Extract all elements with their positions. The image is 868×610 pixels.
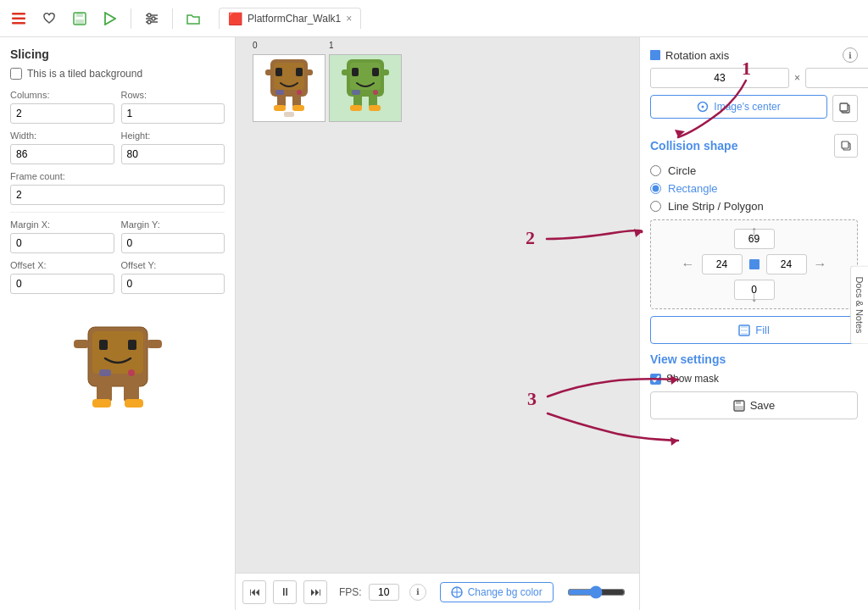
svg-rect-36 (265, 69, 274, 75)
rotation-info-button[interactable]: ℹ (843, 47, 858, 63)
show-mask-checkbox[interactable] (650, 374, 661, 385)
arrow-up-icon[interactable]: ↑ (751, 224, 758, 239)
bottom-bar: ⏮ ⏸ ⏭ FPS: ℹ Change bg color (236, 573, 639, 610)
rot-x-input[interactable] (650, 68, 789, 88)
rectangle-radio-row: Rectangle (650, 182, 858, 195)
tab-close-button[interactable]: × (346, 13, 352, 25)
offset-x-group: Offset X: (10, 260, 114, 294)
tab-label: PlatformChar_Walk1 (248, 13, 341, 25)
svg-rect-22 (92, 399, 111, 408)
frame-count-input[interactable] (10, 185, 225, 205)
circle-radio[interactable] (650, 165, 661, 176)
heart-icon[interactable] (37, 7, 61, 30)
svg-rect-5 (75, 19, 84, 24)
rotation-coords-row: × (650, 68, 858, 88)
width-input[interactable] (10, 144, 114, 164)
fps-input[interactable] (369, 584, 399, 601)
save-icon[interactable] (68, 7, 92, 30)
images-center-button[interactable]: Image's center (650, 95, 827, 119)
main-area: Slicing This is a tiled background Colum… (0, 37, 868, 610)
frame-count-grid: Frame count: (10, 171, 225, 205)
arrow-down-icon[interactable]: ↓ (751, 290, 758, 305)
svg-rect-45 (353, 95, 362, 107)
arrow-right-icon[interactable]: → (814, 257, 827, 272)
box-handle[interactable] (749, 259, 760, 269)
box-right-input[interactable] (766, 254, 807, 274)
columns-input[interactable] (10, 103, 114, 124)
tab-platformchar-walk1[interactable]: 🟥 PlatformChar_Walk1 × (219, 8, 361, 29)
collision-copy-button[interactable] (834, 134, 858, 158)
docs-notes-tab[interactable]: Docs & Notes (850, 265, 868, 344)
svg-marker-6 (105, 13, 115, 25)
center-btn-label: Image's center (714, 101, 780, 113)
arrow-left-icon[interactable]: ← (682, 257, 695, 272)
right-panel: Rotation axis ℹ × Image's center Collisi… (639, 37, 868, 610)
svg-rect-34 (274, 105, 286, 111)
sprite-frame-0[interactable] (253, 54, 326, 122)
svg-rect-37 (304, 69, 313, 75)
svg-rect-18 (99, 369, 111, 376)
svg-point-53 (702, 106, 704, 108)
pause-button[interactable]: ⏸ (273, 580, 297, 604)
offset-y-group: Offset Y: (121, 260, 225, 294)
show-mask-row: Show mask (650, 373, 858, 385)
sprite-frame-1[interactable] (329, 54, 402, 122)
svg-rect-50 (381, 69, 389, 75)
fill-button[interactable]: Fill (650, 316, 858, 344)
svg-rect-25 (147, 340, 162, 348)
svg-rect-33 (292, 95, 301, 107)
adjustments-icon[interactable] (140, 7, 164, 30)
frame-count-group: Frame count: (10, 171, 225, 205)
change-bg-color-button[interactable]: Change bg color (440, 582, 554, 602)
offset-y-input[interactable] (121, 274, 225, 294)
show-mask-label: Show mask (666, 373, 719, 385)
rows-label: Rows: (121, 90, 225, 100)
offset-x-input[interactable] (10, 274, 114, 294)
next-frame-button[interactable]: ⏭ (303, 580, 327, 604)
zoom-slider-container (560, 585, 632, 599)
rectangle-radio[interactable] (650, 183, 661, 194)
width-group: Width: (10, 130, 114, 164)
svg-rect-15 (92, 331, 143, 374)
svg-rect-35 (292, 105, 304, 111)
svg-rect-16 (99, 340, 108, 350)
tiled-bg-row: This is a tiled background (10, 68, 225, 80)
tiled-bg-checkbox[interactable] (10, 68, 22, 80)
svg-point-44 (373, 90, 378, 95)
collision-copy-icon (841, 141, 852, 152)
svg-point-31 (297, 90, 302, 95)
copy-button[interactable] (832, 95, 858, 122)
height-group: Height: (121, 130, 225, 164)
svg-rect-55 (840, 103, 848, 111)
line-strip-radio-row: Line Strip / Polygon (650, 200, 858, 213)
width-label: Width: (10, 130, 114, 141)
margin-x-input[interactable] (10, 233, 114, 253)
menu-icon[interactable] (7, 7, 31, 30)
rot-y-input[interactable] (805, 68, 868, 88)
svg-point-12 (147, 20, 151, 24)
preview-sprite-area (10, 314, 225, 424)
box-left-input[interactable] (702, 254, 743, 274)
fps-label: FPS: (339, 586, 362, 598)
box-middle-row: ← → (659, 254, 849, 274)
svg-rect-23 (125, 399, 143, 408)
line-strip-radio[interactable] (650, 201, 661, 212)
prev-frame-button[interactable]: ⏮ (242, 580, 266, 604)
svg-point-11 (152, 17, 155, 20)
frame-1-container: 1 (329, 54, 402, 122)
play-icon[interactable] (98, 7, 122, 30)
zoom-slider[interactable] (567, 585, 626, 599)
save-icon (733, 400, 745, 412)
svg-rect-30 (275, 90, 284, 95)
sprite-frames: 0 (253, 54, 402, 122)
rows-input[interactable] (121, 103, 225, 124)
margin-y-input[interactable] (121, 233, 225, 253)
fps-info-button[interactable]: ℹ (409, 584, 426, 601)
folder-icon[interactable] (181, 7, 205, 30)
margin-x-label: Margin X: (10, 219, 114, 230)
fill-btn-label: Fill (755, 324, 770, 336)
svg-rect-4 (76, 13, 83, 17)
svg-rect-1 (12, 17, 25, 19)
save-button[interactable]: Save (650, 391, 858, 419)
height-input[interactable] (121, 144, 225, 164)
